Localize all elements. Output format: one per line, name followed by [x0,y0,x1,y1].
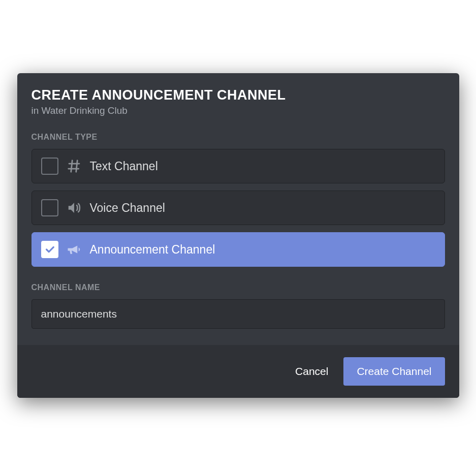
create-channel-modal: CREATE ANNOUNCEMENT CHANNEL in Water Dri… [17,73,459,398]
channel-type-label-voice: Voice Channel [90,201,165,215]
checkbox-unchecked [41,199,58,216]
channel-type-label: CHANNEL TYPE [31,133,445,142]
create-channel-button[interactable]: Create Channel [343,357,445,386]
channel-name-input[interactable] [31,299,445,329]
channel-type-voice[interactable]: Voice Channel [31,191,445,225]
modal-footer: Cancel Create Channel [17,345,459,398]
checkbox-checked [41,241,58,258]
modal-content: CREATE ANNOUNCEMENT CHANNEL in Water Dri… [17,73,459,345]
modal-subtitle: in Water Drinking Club [31,105,445,116]
megaphone-icon [66,241,83,258]
channel-type-label-text: Text Channel [90,160,158,173]
cancel-button[interactable]: Cancel [290,358,333,385]
modal-title: CREATE ANNOUNCEMENT CHANNEL [31,87,445,103]
channel-type-announcement[interactable]: Announcement Channel [31,232,445,267]
channel-name-label: CHANNEL NAME [31,283,445,292]
channel-type-text[interactable]: Text Channel [31,149,445,183]
hash-icon [66,158,83,175]
speaker-icon [66,199,83,216]
channel-type-label-announcement: Announcement Channel [90,243,215,257]
checkbox-unchecked [41,158,58,175]
